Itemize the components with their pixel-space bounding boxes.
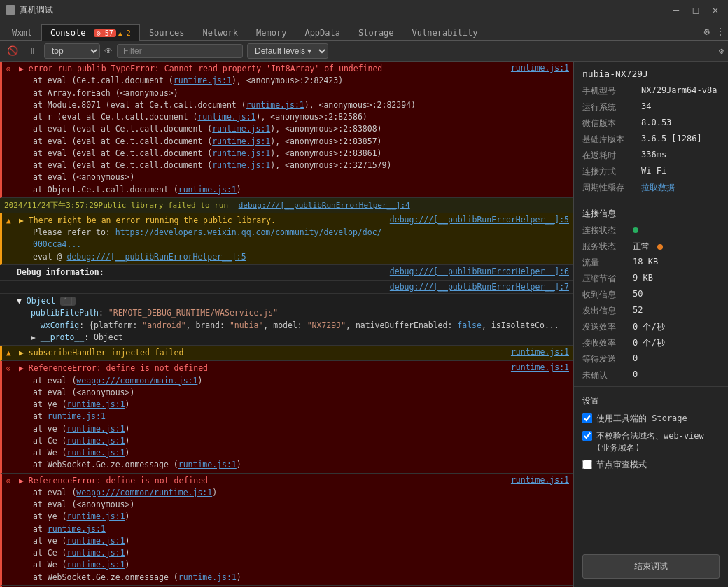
flow-value: 18 KB bbox=[624, 255, 728, 271]
conn-info-table: 连接状态 服务状态 正常 流量 18 KB 压缩节省 9 KB bbox=[574, 222, 728, 383]
link-ws-1[interactable]: runtime.js:1 bbox=[178, 460, 237, 469]
link-we-1[interactable]: runtime.js:1 bbox=[66, 448, 125, 458]
link-rt-2[interactable]: runtime.js:1 bbox=[48, 524, 106, 534]
timestamp-text: 2024/11/24下午3:57:29Public library failed… bbox=[4, 201, 228, 210]
link-runtime-1[interactable]: runtime.js:1 bbox=[174, 76, 232, 85]
setting-checkbox-0[interactable] bbox=[582, 413, 592, 423]
more-icon[interactable]: ⋮ bbox=[715, 26, 725, 37]
send-rate-value: 0 个/秒 bbox=[624, 319, 728, 335]
tab-memory[interactable]: Memory bbox=[247, 24, 295, 41]
log-entry-debug-2: debug:///[__publibRunErrorHelper__]:7 bbox=[0, 281, 573, 294]
console-gear-icon[interactable]: ⚙ bbox=[719, 46, 724, 56]
log-entry-error-3: ⊗ ▶ ReferenceError: define is not define… bbox=[0, 474, 573, 586]
error-icon-1: ⊗ bbox=[6, 64, 16, 73]
tab-bar: Wxml Console ⊗ 57 ▲ 2 Sources Network Me… bbox=[0, 20, 728, 41]
periodic-storage-value[interactable]: 拉取数据 bbox=[633, 180, 728, 196]
log-entry-error-2: ⊗ ▶ ReferenceError: define is not define… bbox=[0, 361, 573, 473]
tab-wxml[interactable]: Wxml bbox=[3, 24, 41, 41]
link-runtime-5[interactable]: runtime.js:1 bbox=[212, 136, 270, 146]
receive-rate-row: 接收效率 0 个/秒 bbox=[574, 335, 728, 351]
service-status-label: 服务状态 bbox=[574, 239, 624, 255]
debug-source-2[interactable]: debug:///[__publibRunErrorHelper__]:7 bbox=[390, 282, 569, 292]
link-main[interactable]: weapp:///common/main.js:1 bbox=[76, 376, 197, 386]
flow-row: 流量 18 KB bbox=[574, 255, 728, 271]
link-common-runtime[interactable]: weapp:///common/runtime.js:1 bbox=[76, 488, 212, 497]
service-status-dot bbox=[657, 244, 663, 250]
setting-checkbox-2[interactable] bbox=[582, 460, 592, 469]
tab-sources[interactable]: Sources bbox=[140, 24, 194, 41]
link-ws-2[interactable]: runtime.js:1 bbox=[178, 572, 237, 582]
setting-item-0[interactable]: 使用工具端的 Storage bbox=[582, 413, 720, 425]
unconfirmed-label: 未确认 bbox=[574, 367, 624, 383]
sent-value: 52 bbox=[624, 303, 728, 319]
error-icon-3: ⊗ bbox=[6, 476, 16, 486]
setting-item-1[interactable]: 不校验合法域名、web-view (业务域名) bbox=[582, 430, 720, 454]
log-entry-warn-2: ▲ ▶ subscribeHandler injected failed run… bbox=[0, 346, 573, 361]
close-button[interactable]: ✕ bbox=[708, 4, 722, 15]
warn-source-2[interactable]: runtime.js:1 bbox=[511, 347, 569, 357]
compress-value: 9 KB bbox=[624, 271, 728, 287]
timestamp-source[interactable]: debug:///[__publibRunErrorHelper__]:4 bbox=[239, 201, 410, 210]
maximize-button[interactable]: □ bbox=[689, 4, 703, 15]
minimize-button[interactable]: — bbox=[669, 4, 683, 15]
debug-source-1[interactable]: debug:///[__publibRunErrorHelper__]:6 bbox=[390, 267, 569, 276]
setting-item-2[interactable]: 节点审查模式 bbox=[582, 459, 720, 471]
link-runtime-2[interactable]: runtime.js:1 bbox=[246, 100, 304, 110]
log-entry-object-1: ▼ Object ⬛ publibFilePath: "REMOTE_DEBUG… bbox=[0, 294, 573, 346]
console-badge: ⊗ 57 ▲ 2 bbox=[94, 29, 131, 37]
divider-1 bbox=[574, 199, 728, 199]
tab-network[interactable]: Network bbox=[193, 24, 247, 41]
error-source-3[interactable]: runtime.js:1 bbox=[511, 475, 569, 485]
end-debug-button[interactable]: 结束调试 bbox=[582, 554, 720, 579]
settings-title: 设置 bbox=[582, 395, 720, 407]
periodic-storage-link[interactable]: 拉取数据 bbox=[641, 183, 675, 192]
log-source-1[interactable]: runtime.js:1 bbox=[511, 63, 569, 73]
link-ye-2[interactable]: runtime.js:1 bbox=[66, 511, 125, 521]
context-select[interactable]: top bbox=[44, 43, 100, 59]
filter-input[interactable] bbox=[117, 44, 243, 58]
helper-link-1[interactable]: debug:///[__publibRunErrorHelper__]:5 bbox=[66, 252, 246, 262]
error-source-2[interactable]: runtime.js:1 bbox=[511, 362, 569, 372]
console-panel[interactable]: ⊗ ▶ error run publib TypeError: Cannot r… bbox=[0, 62, 574, 587]
link-runtime-3[interactable]: runtime.js:1 bbox=[197, 112, 255, 122]
link-ve-2[interactable]: runtime.js:1 bbox=[66, 536, 125, 546]
link-runtime-4[interactable]: runtime.js:1 bbox=[212, 124, 270, 134]
link-ye-1[interactable]: runtime.js:1 bbox=[66, 399, 125, 409]
receive-rate-label: 接收效率 bbox=[574, 335, 624, 351]
base-lib-value: 3.6.5 [1286] bbox=[633, 132, 728, 148]
device-os-row: 运行系统 34 bbox=[574, 99, 728, 115]
tab-vulnerability[interactable]: Vulnerability bbox=[403, 24, 487, 41]
conn-method-row: 连接方式 Wi-Fi bbox=[574, 164, 728, 180]
warn-source-1[interactable]: debug:///[__publibRunErrorHelper__]:5 bbox=[390, 215, 569, 225]
settings-icon[interactable]: ⚙ bbox=[704, 26, 710, 37]
clear-console-button[interactable]: 🚫 bbox=[4, 44, 21, 57]
link-runtime-7[interactable]: runtime.js:1 bbox=[212, 160, 270, 170]
log-entry-warn-1: ▲ ▶ There might be an error running the … bbox=[0, 213, 573, 265]
log-level-select[interactable]: Default levels ▾ bbox=[247, 43, 328, 59]
link-we-2[interactable]: runtime.js:1 bbox=[66, 560, 125, 570]
tab-appdata[interactable]: AppData bbox=[295, 24, 349, 41]
unconfirmed-row: 未确认 0 bbox=[574, 367, 728, 383]
conn-status-value bbox=[624, 222, 728, 239]
error-badge: ⊗ 57 bbox=[94, 29, 116, 37]
compress-label: 压缩节省 bbox=[574, 271, 624, 287]
setting-checkbox-1[interactable] bbox=[582, 431, 592, 441]
eye-icon[interactable]: 👁 bbox=[104, 46, 113, 56]
conn-status-dot bbox=[633, 227, 638, 233]
model-label: 手机型号 bbox=[574, 83, 633, 99]
wx-link[interactable]: https://developers.weixin.qq.com/communi… bbox=[33, 227, 382, 249]
timestamp-row-1: 2024/11/24下午3:57:29Public library failed… bbox=[0, 198, 573, 213]
link-ce-1[interactable]: runtime.js:1 bbox=[66, 436, 125, 446]
setting-label-0: 使用工具端的 Storage bbox=[596, 413, 687, 425]
base-lib-row: 基础库版本 3.6.5 [1286] bbox=[574, 132, 728, 148]
link-rt-1[interactable]: runtime.js:1 bbox=[48, 411, 106, 421]
link-ve-1[interactable]: runtime.js:1 bbox=[66, 424, 125, 434]
tab-console[interactable]: Console ⊗ 57 ▲ 2 bbox=[41, 24, 140, 41]
tab-storage[interactable]: Storage bbox=[349, 24, 403, 41]
log-content-object-1: ▼ Object ⬛ publibFilePath: "REMOTE_DEBUG… bbox=[17, 295, 569, 344]
link-runtime-8[interactable]: runtime.js:1 bbox=[178, 185, 237, 195]
link-runtime-6[interactable]: runtime.js:1 bbox=[212, 148, 270, 158]
pause-button[interactable]: ⏸ bbox=[25, 44, 40, 57]
warn-icon-2: ▲ bbox=[6, 348, 16, 358]
link-ce-2[interactable]: runtime.js:1 bbox=[66, 548, 125, 558]
